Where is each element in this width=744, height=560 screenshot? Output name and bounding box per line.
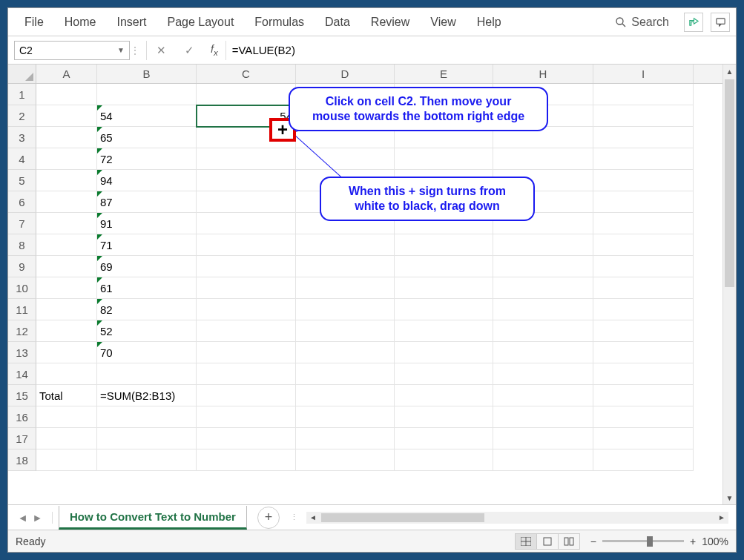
cell-C14[interactable] [197, 363, 296, 385]
cell-I9[interactable] [593, 256, 694, 277]
cell-I1[interactable] [593, 84, 694, 105]
select-all-triangle[interactable] [8, 65, 36, 83]
cell-B2[interactable]: 54 [97, 105, 197, 127]
cell-H17[interactable] [493, 428, 593, 449]
cell-C8[interactable] [197, 234, 296, 256]
cell-H16[interactable] [493, 406, 593, 428]
cell-H10[interactable] [493, 277, 593, 299]
cell-C12[interactable] [197, 320, 296, 342]
cell-E13[interactable] [395, 342, 493, 363]
cell-D13[interactable] [296, 342, 395, 363]
cell-D4[interactable] [296, 148, 395, 170]
cell-H14[interactable] [493, 363, 593, 385]
cell-A12[interactable] [36, 320, 97, 342]
row-header[interactable]: 7 [8, 213, 36, 234]
cell-A10[interactable] [36, 277, 97, 299]
row-header[interactable]: 12 [8, 320, 36, 342]
cell-D16[interactable] [296, 406, 395, 428]
cell-C13[interactable] [197, 342, 296, 363]
cell-H8[interactable] [493, 234, 593, 256]
cell-A6[interactable] [36, 191, 97, 213]
zoom-slider-thumb[interactable] [647, 536, 653, 547]
search-box[interactable]: Search [608, 16, 676, 29]
cell-I10[interactable] [593, 277, 694, 299]
cell-C1[interactable] [197, 84, 296, 105]
scroll-left-button[interactable]: ◄ [306, 512, 320, 524]
cell-E10[interactable] [395, 277, 493, 299]
ribbon-tab-view[interactable]: View [420, 8, 466, 36]
cell-C10[interactable] [197, 277, 296, 299]
row-header[interactable]: 14 [8, 363, 36, 385]
view-normal-button[interactable] [515, 533, 537, 550]
cell-H13[interactable] [493, 342, 593, 363]
row-header[interactable]: 13 [8, 342, 36, 363]
scroll-thumb[interactable] [725, 79, 734, 287]
cell-D11[interactable] [296, 299, 395, 320]
cell-I15[interactable] [593, 385, 694, 406]
column-header-H[interactable]: H [493, 65, 593, 83]
cell-I4[interactable] [593, 148, 694, 170]
cell-C11[interactable] [197, 299, 296, 320]
cell-B12[interactable]: 52 [97, 320, 197, 342]
cell-A9[interactable] [36, 256, 97, 277]
cell-B18[interactable] [97, 449, 197, 471]
cell-D8[interactable] [296, 234, 395, 256]
cell-H18[interactable] [493, 449, 593, 471]
row-header[interactable]: 17 [8, 428, 36, 449]
name-box[interactable]: C2 ▼ [14, 41, 130, 60]
view-page-break-button[interactable] [558, 533, 580, 550]
cell-B7[interactable]: 91 [97, 213, 197, 234]
cell-A8[interactable] [36, 234, 97, 256]
cell-I16[interactable] [593, 406, 694, 428]
zoom-out-button[interactable]: − [590, 536, 596, 547]
cell-D9[interactable] [296, 256, 395, 277]
cell-E16[interactable] [395, 406, 493, 428]
cell-I17[interactable] [593, 428, 694, 449]
cell-B17[interactable] [97, 428, 197, 449]
cell-B1[interactable] [97, 84, 197, 105]
cell-A18[interactable] [36, 449, 97, 471]
cell-D10[interactable] [296, 277, 395, 299]
cell-C4[interactable] [197, 148, 296, 170]
row-header[interactable]: 5 [8, 170, 36, 191]
cell-E9[interactable] [395, 256, 493, 277]
row-header[interactable]: 8 [8, 234, 36, 256]
cell-I3[interactable] [593, 127, 694, 148]
column-header-B[interactable]: B [97, 65, 197, 83]
cell-I7[interactable] [593, 213, 694, 234]
scroll-right-button[interactable]: ► [715, 512, 728, 524]
row-header[interactable]: 16 [8, 406, 36, 428]
column-header-I[interactable]: I [593, 65, 694, 83]
row-header[interactable]: 10 [8, 277, 36, 299]
sheet-tab-active[interactable]: How to Convert Text to Number [59, 506, 247, 530]
ribbon-tab-review[interactable]: Review [361, 8, 420, 36]
cell-B14[interactable] [97, 363, 197, 385]
zoom-in-button[interactable]: + [690, 536, 696, 547]
cell-C6[interactable] [197, 191, 296, 213]
cell-A7[interactable] [36, 213, 97, 234]
cell-B10[interactable]: 61 [97, 277, 197, 299]
cell-I13[interactable] [593, 342, 694, 363]
cell-I2[interactable] [593, 105, 694, 127]
cell-D17[interactable] [296, 428, 395, 449]
cell-B4[interactable]: 72 [97, 148, 197, 170]
cell-C15[interactable] [197, 385, 296, 406]
cell-B8[interactable]: 71 [97, 234, 197, 256]
ribbon-tab-page-layout[interactable]: Page Layout [157, 8, 244, 36]
ribbon-tab-home[interactable]: Home [54, 8, 107, 36]
column-header-A[interactable]: A [36, 65, 97, 83]
horizontal-scrollbar[interactable]: ◄ ► [306, 512, 728, 524]
cell-A13[interactable] [36, 342, 97, 363]
cell-B16[interactable] [97, 406, 197, 428]
ribbon-tab-insert[interactable]: Insert [106, 8, 157, 36]
cell-H4[interactable] [493, 148, 593, 170]
cell-A2[interactable] [36, 105, 97, 127]
cell-C16[interactable] [197, 406, 296, 428]
ribbon-tab-file[interactable]: File [14, 8, 54, 36]
row-header[interactable]: 3 [8, 127, 36, 148]
cell-E15[interactable] [395, 385, 493, 406]
ribbon-tab-help[interactable]: Help [467, 8, 512, 36]
share-button[interactable] [684, 13, 703, 32]
scroll-up-button[interactable]: ▲ [723, 65, 736, 78]
cell-A3[interactable] [36, 127, 97, 148]
